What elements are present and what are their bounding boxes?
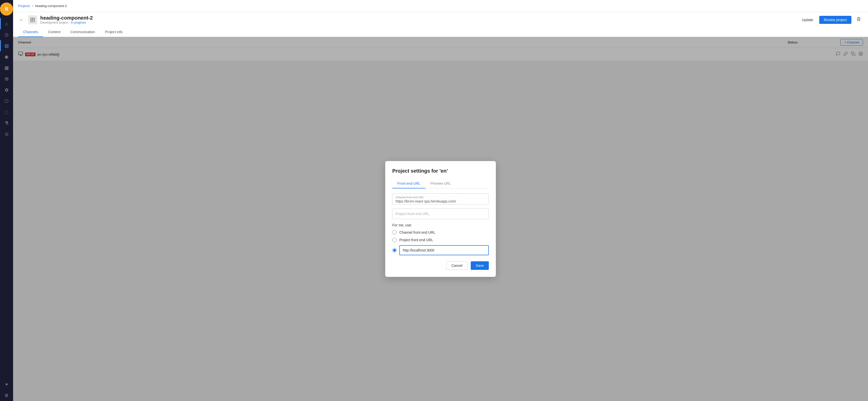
review-project-button[interactable]: Review project <box>819 16 851 24</box>
radio-group: Channel front end URL Project front end … <box>392 230 489 255</box>
modal-overlay: Project settings for 'en' Front end URL … <box>13 37 868 401</box>
modal-tabs: Front end URL Preview URL <box>392 179 489 189</box>
save-button[interactable]: Save <box>471 261 489 270</box>
modal-title: Project settings for 'en' <box>392 168 489 174</box>
subtitle-status: In progress <box>71 21 86 24</box>
sidebar-item-cart[interactable]: ⊞ <box>0 73 13 85</box>
sidebar-item-bulb[interactable]: ◌ <box>0 106 13 118</box>
cancel-button[interactable]: Cancel <box>446 261 468 270</box>
modal-tab-preview-url[interactable]: Preview URL <box>426 179 456 189</box>
radio-project-url: Project front end URL <box>392 238 489 242</box>
topbar: Projects › heading-component-2 <box>13 0 868 12</box>
back-button[interactable]: ← <box>18 16 25 24</box>
custom-url-input[interactable] <box>399 245 489 255</box>
main-area: Projects › heading-component-2 ← heading… <box>13 0 868 401</box>
modal-dialog: Project settings for 'en' Front end URL … <box>385 161 496 277</box>
project-url-input[interactable] <box>392 208 489 219</box>
sidebar-item-clock[interactable]: ◷ <box>0 29 13 40</box>
sidebar-item-projects[interactable]: ▤ <box>0 40 13 51</box>
subtitle-prefix: Development project - <box>40 21 70 24</box>
page-header: ← heading-component-2 Development projec… <box>13 12 868 37</box>
for-me-label: For me, use: <box>392 223 489 227</box>
channel-url-label: Channel front end URL <box>396 196 486 199</box>
sidebar-item-tools[interactable]: ✶ <box>0 379 13 390</box>
modal-footer: Cancel Save <box>392 261 489 270</box>
channel-url-field: Channel front end URL https://brxm-react… <box>392 194 489 204</box>
sidebar-item-activity[interactable]: ◉ <box>0 51 13 62</box>
page-tabs: Channels Content Communication Project i… <box>18 27 863 37</box>
page-icon <box>28 15 37 24</box>
page-subtitle: Development project - In progress <box>40 21 93 24</box>
radio-channel-url: Channel front end URL <box>392 230 489 235</box>
update-button[interactable]: Update <box>799 16 816 23</box>
sidebar-item-leaf[interactable]: ✿ <box>0 85 13 96</box>
delete-button[interactable] <box>855 16 863 24</box>
breadcrumb-parent[interactable]: Projects <box>18 4 30 8</box>
breadcrumb-current: heading-component-2 <box>35 4 67 8</box>
sidebar-item-reports[interactable]: ▦ <box>0 62 13 73</box>
sidebar-item-cube[interactable]: ⬡ <box>0 96 13 106</box>
radio-channel-url-label[interactable]: Channel front end URL <box>399 230 435 234</box>
radio-custom-url <box>392 245 489 255</box>
breadcrumb: Projects › heading-component-2 <box>18 4 67 8</box>
radio-custom-url-input[interactable] <box>392 248 397 253</box>
channel-url-value: https://brxm-react-spa.herokuapp.com/ <box>396 199 486 203</box>
tab-content[interactable]: Content <box>43 27 65 37</box>
app-logo: B <box>0 2 13 15</box>
modal-tab-frontend-url[interactable]: Front end URL <box>392 179 426 189</box>
radio-project-url-label[interactable]: Project front end URL <box>399 238 433 242</box>
tab-channels[interactable]: Channels <box>18 27 43 37</box>
sidebar-item-home[interactable]: ⌂ <box>0 18 13 29</box>
page-title: heading-component-2 <box>40 15 93 21</box>
content-area: Channel Status + Channel EN US en (en-vR… <box>13 37 868 401</box>
sidebar: B ⌂ ◷ ▤ ◉ ▦ ⊞ ✿ ⬡ ◌ ⚗ ⊙ ✶ ⚙ <box>0 0 13 401</box>
tab-project-info[interactable]: Project info <box>100 27 127 37</box>
radio-project-url-input[interactable] <box>392 238 397 242</box>
sidebar-item-settings[interactable]: ⚙ <box>0 390 13 401</box>
sidebar-item-users[interactable]: ⊙ <box>0 129 13 140</box>
radio-channel-url-input[interactable] <box>392 230 397 235</box>
breadcrumb-separator: › <box>32 4 33 8</box>
sidebar-item-flask[interactable]: ⚗ <box>0 118 13 129</box>
tab-communication[interactable]: Communication <box>65 27 100 37</box>
